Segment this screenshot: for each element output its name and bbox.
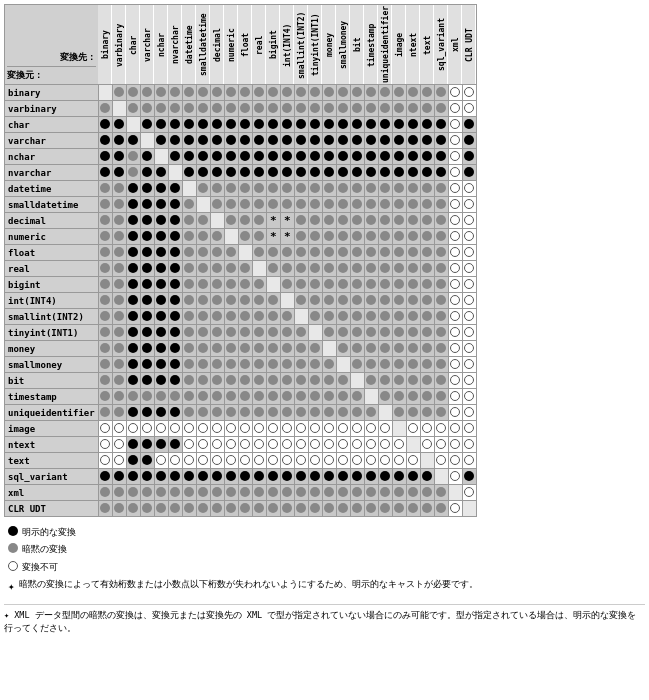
cell-xml-smallmoney: [336, 485, 350, 501]
cell-varbinary-numeric: [224, 101, 238, 117]
cell-numeric-uniqueidentifier: [378, 229, 392, 245]
cell-binary-CLR UDT: [462, 85, 476, 101]
cell-varchar-CLR UDT: [462, 133, 476, 149]
cell-varbinary-nvarchar: [168, 101, 182, 117]
cell-xml-decimal: [210, 485, 224, 501]
cell-tinyint(INT1)-numeric: [224, 325, 238, 341]
cell-CLR UDT-smallint(INT2): [294, 501, 308, 517]
cell-smallint(INT2)-binary: [98, 309, 112, 325]
cell-varbinary-nchar: [154, 101, 168, 117]
cell-real-tinyint(INT1): [308, 261, 322, 277]
cell-bit-ntext: [406, 373, 420, 389]
cell-nvarchar-datetime: [182, 165, 196, 181]
cell-text-varbinary: [112, 453, 126, 469]
cell-decimal-CLR UDT: [462, 213, 476, 229]
cell-tinyint(INT1)-ntext: [406, 325, 420, 341]
cell-uniqueidentifier-CLR UDT: [462, 405, 476, 421]
table-row-varchar: varchar: [5, 133, 477, 149]
cell-real-CLR UDT: [462, 261, 476, 277]
cell-int(INT4)-char: [126, 293, 140, 309]
row-header-numeric: numeric: [5, 229, 99, 245]
cell-nchar-varchar: [140, 149, 154, 165]
cell-char-smallmoney: [336, 117, 350, 133]
cell-datetime-char: [126, 181, 140, 197]
cell-real-float: [238, 261, 252, 277]
cell-varbinary-binary: [98, 101, 112, 117]
cell-decimal-bit: [350, 213, 364, 229]
cell-char-money: [322, 117, 336, 133]
cell-money-numeric: [224, 341, 238, 357]
cell-varbinary-money: [322, 101, 336, 117]
cell-uniqueidentifier-money: [322, 405, 336, 421]
cell-bigint-varbinary: [112, 277, 126, 293]
cell-smallmoney-bigint: [266, 357, 280, 373]
cell-bit-uniqueidentifier: [378, 373, 392, 389]
cell-ntext-sql_variant: [434, 437, 448, 453]
cell-float-int(INT4): [280, 245, 294, 261]
cell-smallmoney-bit: [350, 357, 364, 373]
cell-bigint-timestamp: [364, 277, 378, 293]
cell-binary-xml: [448, 85, 462, 101]
cell-float-text: [420, 245, 434, 261]
cell-varbinary-real: [252, 101, 266, 117]
cell-uniqueidentifier-xml: [448, 405, 462, 421]
cell-bit-image: [392, 373, 406, 389]
cell-smalldatetime-float: [238, 197, 252, 213]
cell-bit-smallint(INT2): [294, 373, 308, 389]
cell-bit-decimal: [210, 373, 224, 389]
cell-money-ntext: [406, 341, 420, 357]
cell-real-image: [392, 261, 406, 277]
cell-image-xml: [448, 421, 462, 437]
cell-tinyint(INT1)-decimal: [210, 325, 224, 341]
table-row-nvarchar: nvarchar: [5, 165, 477, 181]
cell-decimal-timestamp: [364, 213, 378, 229]
cell-real-binary: [98, 261, 112, 277]
cell-sql_variant-timestamp: [364, 469, 378, 485]
cell-real-int(INT4): [280, 261, 294, 277]
cell-uniqueidentifier-varchar: [140, 405, 154, 421]
col-header-nchar: nchar: [154, 5, 168, 85]
cell-ntext-char: [126, 437, 140, 453]
cell-image-bit: [350, 421, 364, 437]
cell-bit-money: [322, 373, 336, 389]
table-row-int(INT4): int(INT4): [5, 293, 477, 309]
cell-datetime-tinyint(INT1): [308, 181, 322, 197]
cell-nvarchar-ntext: [406, 165, 420, 181]
cell-decimal-smallint(INT2): [294, 213, 308, 229]
top-left-header: 変換先： 変換元：: [5, 5, 99, 85]
cell-nvarchar-xml: [448, 165, 462, 181]
cell-varbinary-CLR UDT: [462, 101, 476, 117]
cell-smallmoney-ntext: [406, 357, 420, 373]
cell-sql_variant-smallmoney: [336, 469, 350, 485]
cell-int(INT4)-int(INT4): [280, 293, 294, 309]
cell-image-money: [322, 421, 336, 437]
cell-smalldatetime-money: [322, 197, 336, 213]
cell-timestamp-char: [126, 389, 140, 405]
cell-money-timestamp: [364, 341, 378, 357]
cell-smalldatetime-decimal: [210, 197, 224, 213]
cell-nchar-decimal: [210, 149, 224, 165]
cell-numeric-smallint(INT2): [294, 229, 308, 245]
cell-CLR UDT-datetime: [182, 501, 196, 517]
cell-ntext-binary: [98, 437, 112, 453]
cell-numeric-text: [420, 229, 434, 245]
main-container: 変換先： 変換元： binaryvarbinarycharvarcharncha…: [0, 0, 649, 638]
cell-varchar-smallmoney: [336, 133, 350, 149]
col-header-char: char: [126, 5, 140, 85]
cell-char-tinyint(INT1): [308, 117, 322, 133]
row-header-sql_variant: sql_variant: [5, 469, 99, 485]
cell-numeric-real: [252, 229, 266, 245]
cell-text-datetime: [182, 453, 196, 469]
cell-smallint(INT2)-char: [126, 309, 140, 325]
cell-sql_variant-CLR UDT: [462, 469, 476, 485]
row-header-timestamp: timestamp: [5, 389, 99, 405]
white-circle-legend: [8, 561, 18, 575]
cell-timestamp-money: [322, 389, 336, 405]
col-header-int(INT4): int(INT4): [280, 5, 294, 85]
cell-varbinary-char: [126, 101, 140, 117]
cell-timestamp-image: [392, 389, 406, 405]
cell-bigint-nvarchar: [168, 277, 182, 293]
cell-image-varbinary: [112, 421, 126, 437]
cell-real-decimal: [210, 261, 224, 277]
cell-varchar-binary: [98, 133, 112, 149]
